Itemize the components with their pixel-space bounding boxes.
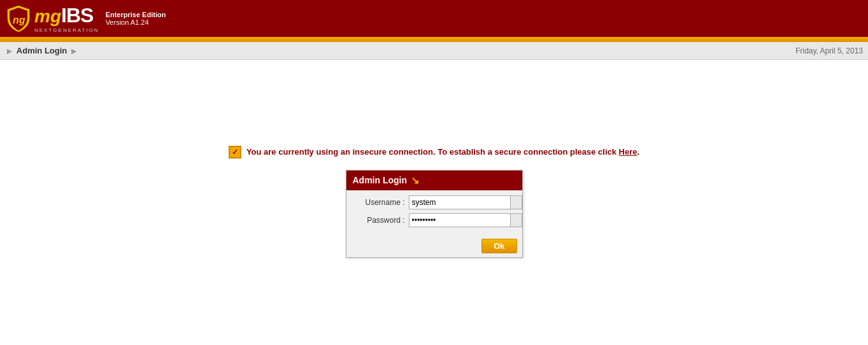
logo-mg-text: mg: [34, 6, 61, 27]
logo-container: ng mg IBS NEXTGENERATION Enterprise Edit…: [6, 4, 166, 33]
here-link[interactable]: Here: [619, 147, 637, 157]
logo-text-block: mg IBS NEXTGENERATION: [34, 4, 99, 33]
edition-label: Enterprise Edition: [106, 11, 166, 18]
ok-button[interactable]: Ok: [481, 239, 516, 253]
login-box-header: Admin Login ↘: [346, 171, 522, 190]
warning-icon: ✓: [229, 146, 241, 158]
breadcrumb-bar: ► Admin Login ► Friday, April 5, 2013: [0, 42, 868, 60]
password-row: Password :: [352, 213, 517, 227]
username-input[interactable]: [409, 195, 511, 209]
warning-checkmark-icon: ✓: [232, 148, 238, 157]
svg-text:ng: ng: [13, 15, 25, 25]
logo-ibs-text: IBS: [61, 4, 93, 27]
gold-bar: [0, 37, 868, 42]
logo-ibs: mg IBS: [34, 4, 99, 27]
password-input[interactable]: [409, 213, 511, 227]
username-row: Username :: [352, 195, 517, 209]
logo-nextgen-text: NEXTGENERATION: [34, 27, 99, 33]
login-box: Admin Login ↘ Username : Password : Ok: [346, 170, 523, 258]
logo-shield-icon: ng: [6, 4, 31, 32]
warning-text: You are currently using an insecure conn…: [246, 147, 639, 157]
breadcrumb-title: Admin Login: [17, 46, 67, 55]
breadcrumb-date: Friday, April 5, 2013: [795, 46, 863, 55]
breadcrumb-arrow-right-icon: ►: [69, 46, 78, 56]
password-readonly-block: [511, 213, 522, 227]
header: ng mg IBS NEXTGENERATION Enterprise Edit…: [0, 0, 868, 37]
username-readonly-block: [511, 195, 522, 209]
password-label: Password :: [352, 216, 409, 225]
logo-edition-block: Enterprise Edition Version A1.24: [106, 11, 166, 26]
login-form: Username : Password :: [346, 190, 522, 236]
form-footer: Ok: [346, 236, 522, 257]
warning-message: ✓ You are currently using an insecure co…: [229, 146, 639, 158]
main-content: ✓ You are currently using an insecure co…: [0, 60, 868, 343]
login-box-title: Admin Login: [353, 175, 408, 185]
breadcrumb-left: ► Admin Login ►: [5, 46, 78, 56]
username-label: Username :: [352, 198, 409, 207]
login-arrow-icon: ↘: [411, 174, 419, 187]
breadcrumb-arrow-left-icon: ►: [5, 46, 14, 56]
version-label: Version A1.24: [106, 18, 166, 26]
